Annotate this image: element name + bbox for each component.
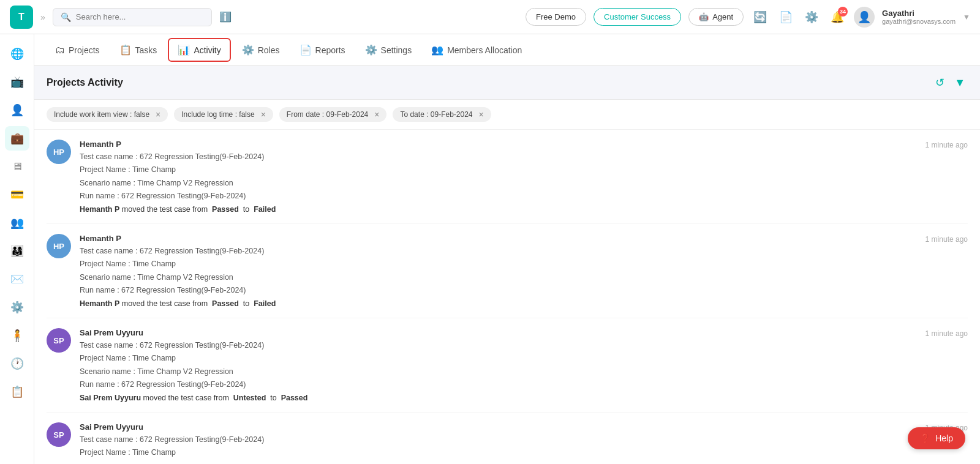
subnav-label-tasks: Tasks <box>135 45 157 55</box>
user-name: Gayathri <box>882 9 956 18</box>
search-icon: 🔍 <box>61 12 71 22</box>
activity-user-name-1: Hemanth P <box>80 140 968 149</box>
page-header-actions: ↺ ▼ <box>933 73 968 92</box>
agent-button[interactable]: 🤖 Agent <box>688 8 744 26</box>
reports-icon: 📄 <box>300 44 312 56</box>
subnav-label-reports: Reports <box>315 45 345 55</box>
activity-item: HP Hemanth P Test case name : 672 Regres… <box>47 130 968 224</box>
expand-icon[interactable]: » <box>40 12 45 22</box>
refresh-button[interactable]: 🔄 <box>751 8 769 26</box>
activity-time-3: 1 minute ago <box>925 329 968 338</box>
notification-button[interactable]: 🔔 34 <box>828 8 846 26</box>
filter-include-log-time: Include log time : false × <box>174 107 273 122</box>
page-content: Projects Activity ↺ ▼ Include work item … <box>34 66 980 464</box>
activity-user-name-3: Sai Prem Uyyuru <box>80 328 968 337</box>
sidebar-item-users[interactable]: 👥 <box>5 211 29 235</box>
sidebar-item-mail[interactable]: ✉️ <box>5 267 29 291</box>
activity-avatar-4: SP <box>47 422 71 447</box>
activity-avatar-1: HP <box>47 140 71 164</box>
tasks-icon: 📋 <box>119 44 132 56</box>
sidebar-item-person[interactable]: 🧍 <box>5 323 29 348</box>
search-input[interactable] <box>76 12 204 21</box>
activity-detail-4: Test case name : 672 Regression Testing(… <box>80 433 968 460</box>
agent-icon: 🤖 <box>699 12 709 21</box>
filter-button[interactable]: ▼ <box>952 73 968 92</box>
sidebar-item-settings[interactable]: ⚙️ <box>5 295 29 320</box>
sidebar-item-user[interactable]: 👤 <box>5 98 29 122</box>
subnav-item-reports[interactable]: 📄 Reports <box>291 39 354 61</box>
subnav-label-settings: Settings <box>381 45 412 55</box>
filter-to-date: To date : 09-Feb-2024 × <box>393 107 491 122</box>
sidebar-item-team[interactable]: 👨‍👩‍👧 <box>5 239 29 263</box>
subnav-item-roles[interactable]: ⚙️ Roles <box>233 39 288 61</box>
subnav-item-activity[interactable]: 📊 Activity <box>168 38 230 62</box>
customer-success-button[interactable]: Customer Success <box>594 8 681 26</box>
top-header: T » 🔍 ℹ️ Free Demo Customer Success 🤖 Ag… <box>0 0 980 34</box>
settings-icon: ⚙️ <box>365 44 377 56</box>
activity-item: HP Hemanth P Test case name : 672 Regres… <box>47 224 968 318</box>
filter-include-log-time-close[interactable]: × <box>258 110 266 119</box>
sidebar-item-tv[interactable]: 📺 <box>5 70 29 94</box>
activity-item: SP Sai Prem Uyyuru Test case name : 672 … <box>47 413 968 464</box>
notification-badge: 34 <box>838 7 848 17</box>
sidebar-item-monitor[interactable]: 🖥 <box>5 154 29 179</box>
sidebar-item-briefcase[interactable]: 💼 <box>5 126 29 151</box>
avatar[interactable]: 👤 <box>854 7 875 28</box>
help-icon: ❓ <box>920 433 930 443</box>
activity-detail-3: Test case name : 672 Regression Testing(… <box>80 339 968 391</box>
activity-avatar-3: SP <box>47 328 71 353</box>
user-email: gayathri@snovasys.com <box>882 18 956 25</box>
activity-body-2: Hemanth P Test case name : 672 Regressio… <box>80 234 968 308</box>
search-bar: 🔍 <box>53 8 212 26</box>
activity-action-2: Hemanth P moved the test case from Passe… <box>80 299 968 308</box>
free-demo-button[interactable]: Free Demo <box>526 8 586 26</box>
activity-avatar-2: HP <box>47 234 71 258</box>
sub-nav: 🗂 Projects 📋 Tasks 📊 Activity ⚙️ Roles 📄… <box>34 34 980 66</box>
filter-include-work-item-close[interactable]: × <box>153 110 160 119</box>
activity-body-3: Sai Prem Uyyuru Test case name : 672 Reg… <box>80 328 968 402</box>
sidebar-item-globe[interactable]: 🌐 <box>5 42 29 66</box>
projects-icon: 🗂 <box>55 45 65 56</box>
subnav-label-activity: Activity <box>194 45 221 55</box>
activity-action-1: Hemanth P moved the test case from Passe… <box>80 205 968 214</box>
info-icon[interactable]: ℹ️ <box>219 11 232 23</box>
main-content: 🗂 Projects 📋 Tasks 📊 Activity ⚙️ Roles 📄… <box>34 34 980 464</box>
chevron-down-icon: ▼ <box>963 13 970 21</box>
sidebar-item-creditcard[interactable]: 💳 <box>5 182 29 207</box>
activity-time-1: 1 minute ago <box>925 141 968 149</box>
app-logo: T <box>10 6 33 29</box>
activity-body-4: Sai Prem Uyyuru Test case name : 672 Reg… <box>80 422 968 460</box>
subnav-item-members-allocation[interactable]: 👥 Members Allocation <box>423 39 530 61</box>
roles-icon: ⚙️ <box>242 44 254 56</box>
document-button[interactable]: 📄 <box>777 8 795 26</box>
members-allocation-icon: 👥 <box>431 44 443 56</box>
sidebar-item-doc[interactable]: 📋 <box>5 380 29 404</box>
refresh-action-button[interactable]: ↺ <box>933 73 947 92</box>
filter-include-work-item: Include work item view : false × <box>47 107 168 122</box>
subnav-item-settings[interactable]: ⚙️ Settings <box>356 39 421 61</box>
user-info[interactable]: Gayathri gayathri@snovasys.com <box>882 9 956 25</box>
settings-button[interactable]: ⚙️ <box>802 8 821 26</box>
activity-list: HP Hemanth P Test case name : 672 Regres… <box>34 130 980 464</box>
subnav-label-members-allocation: Members Allocation <box>447 45 522 55</box>
activity-detail-1: Test case name : 672 Regression Testing(… <box>80 151 968 203</box>
activity-action-3: Sai Prem Uyyuru moved the test case from… <box>80 394 968 402</box>
subnav-item-projects[interactable]: 🗂 Projects <box>47 40 108 61</box>
page-header: Projects Activity ↺ ▼ <box>34 66 980 100</box>
sidebar: 🌐 📺 👤 💼 🖥 💳 👥 👨‍👩‍👧 ✉️ ⚙️ 🧍 🕐 📋 <box>0 34 34 464</box>
activity-icon: 📊 <box>178 44 190 56</box>
subnav-item-tasks[interactable]: 📋 Tasks <box>111 39 166 61</box>
activity-item: SP Sai Prem Uyyuru Test case name : 672 … <box>47 318 968 413</box>
activity-body-1: Hemanth P Test case name : 672 Regressio… <box>80 140 968 214</box>
subnav-label-projects: Projects <box>69 45 100 55</box>
sidebar-item-clock[interactable]: 🕐 <box>5 351 29 376</box>
page-title: Projects Activity <box>47 77 123 88</box>
activity-user-name-2: Hemanth P <box>80 234 968 243</box>
subnav-label-roles: Roles <box>258 45 280 55</box>
filter-bar: Include work item view : false × Include… <box>34 100 980 130</box>
activity-time-2: 1 minute ago <box>925 235 968 244</box>
help-button[interactable]: ❓ Help <box>908 427 965 449</box>
activity-user-name-4: Sai Prem Uyyuru <box>80 422 968 432</box>
filter-to-date-close[interactable]: × <box>477 110 484 119</box>
filter-from-date-close[interactable]: × <box>372 110 379 119</box>
